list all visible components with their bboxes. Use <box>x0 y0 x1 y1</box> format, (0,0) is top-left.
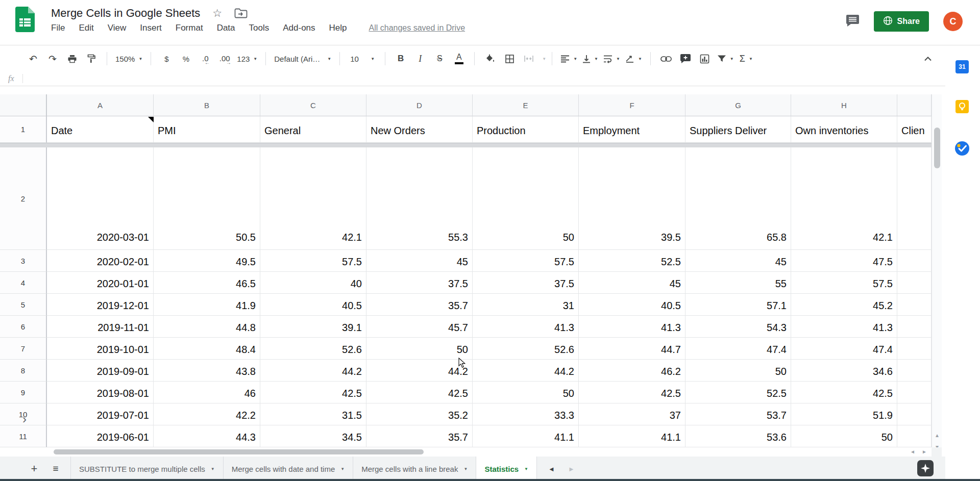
cell-F6[interactable]: 41.3 <box>579 316 685 338</box>
row-header-9[interactable]: 9 <box>0 382 47 403</box>
account-avatar[interactable]: C <box>943 12 963 31</box>
explore-button[interactable] <box>917 460 934 478</box>
cell-D1[interactable]: New Orders <box>366 116 473 143</box>
cell-F7[interactable]: 44.7 <box>579 338 685 360</box>
cell-C3[interactable]: 57.5 <box>260 250 366 272</box>
cell-A10[interactable]: 2019-07-01 <box>47 403 154 425</box>
cell-E11[interactable]: 41.1 <box>473 425 579 447</box>
chevron-down-icon[interactable]: ▼ <box>542 57 546 61</box>
text-color-button[interactable]: A <box>452 51 466 66</box>
cell-I4[interactable] <box>897 272 932 294</box>
cell-A2[interactable]: 2020-03-01 <box>47 147 154 250</box>
cell-B6[interactable]: 44.8 <box>154 316 260 338</box>
cell-E4[interactable]: 37.5 <box>473 272 579 294</box>
cell-A6[interactable]: 2019-11-01 <box>47 316 154 338</box>
cell-F3[interactable]: 52.5 <box>579 250 685 272</box>
paint-format-button[interactable] <box>84 51 99 66</box>
format-currency-button[interactable]: $ <box>159 51 174 66</box>
vertical-align-button[interactable]: ▼ <box>582 51 598 66</box>
menu-format[interactable]: Format <box>176 23 203 33</box>
cell-F11[interactable]: 41.1 <box>579 425 685 447</box>
cell-B1[interactable]: PMI <box>154 116 260 143</box>
increase-decimal-button[interactable]: .00→ <box>217 51 232 66</box>
cell-F8[interactable]: 46.2 <box>579 360 685 382</box>
tasks-icon[interactable] <box>954 141 970 158</box>
cell-G1[interactable]: Suppliers Deliver <box>685 116 791 143</box>
cell-E1[interactable]: Production <box>473 116 579 143</box>
decrease-decimal-button[interactable]: .0← <box>198 51 212 66</box>
cell-B9[interactable]: 46 <box>154 382 260 403</box>
sheet-tab-substitute-to-merge-multiple-cells[interactable]: SUBSTITUTE to merge multiple cells▼ <box>70 457 224 481</box>
menu-help[interactable]: Help <box>329 23 347 33</box>
italic-button[interactable]: I <box>413 51 427 66</box>
merge-cells-button[interactable] <box>522 51 536 66</box>
cell-A11[interactable]: 2019-06-01 <box>47 425 154 447</box>
cell-B2[interactable]: 50.5 <box>154 147 260 250</box>
cell-A3[interactable]: 2020-02-01 <box>47 250 154 272</box>
insert-link-button[interactable] <box>659 51 673 66</box>
cell-H6[interactable]: 41.3 <box>791 316 897 338</box>
menu-view[interactable]: View <box>108 23 127 33</box>
comment-history-icon[interactable] <box>846 14 860 29</box>
calendar-icon[interactable]: 31 <box>955 60 969 73</box>
row-header-6[interactable]: 6 <box>0 316 47 338</box>
cell-B4[interactable]: 46.5 <box>154 272 260 294</box>
scroll-left-icon[interactable]: ◄ <box>910 449 915 454</box>
cell-D3[interactable]: 45 <box>366 250 473 272</box>
sheets-logo-icon[interactable] <box>15 7 35 34</box>
share-button[interactable]: Share <box>874 11 929 32</box>
cell-C7[interactable]: 52.6 <box>260 338 366 360</box>
filter-button[interactable]: ▼ <box>717 51 734 66</box>
cell-H5[interactable]: 45.2 <box>791 294 897 316</box>
format-percent-button[interactable]: % <box>179 51 193 66</box>
cell-A8[interactable]: 2019-09-01 <box>47 360 154 382</box>
row-header-5[interactable]: 5 <box>0 294 47 316</box>
formula-input[interactable] <box>23 71 980 86</box>
insert-chart-button[interactable] <box>698 51 712 66</box>
row-header-11[interactable]: 11 <box>0 425 47 447</box>
cell-E6[interactable]: 41.3 <box>473 316 579 338</box>
keep-icon[interactable] <box>955 100 969 115</box>
cell-D9[interactable]: 42.5 <box>366 382 473 403</box>
cell-C2[interactable]: 42.1 <box>260 147 366 250</box>
strikethrough-button[interactable]: S <box>432 51 447 66</box>
font-size-selector[interactable]: 10▼ <box>348 51 377 66</box>
cell-C1[interactable]: General <box>260 116 366 143</box>
save-status[interactable]: All changes saved in Drive <box>369 23 465 33</box>
cell-F2[interactable]: 39.5 <box>579 147 685 250</box>
horizontal-align-button[interactable]: ▼ <box>560 51 577 66</box>
cell-G10[interactable]: 53.7 <box>685 403 791 425</box>
text-wrap-button[interactable]: ▼ <box>603 51 620 66</box>
star-icon[interactable]: ☆ <box>212 7 222 19</box>
cell-A1[interactable]: Date <box>47 116 154 143</box>
print-button[interactable] <box>65 51 79 66</box>
cell-H4[interactable]: 57.5 <box>791 272 897 294</box>
move-to-folder-icon[interactable] <box>234 8 248 18</box>
cell-A9[interactable]: 2019-08-01 <box>47 382 154 403</box>
cell-E9[interactable]: 50 <box>473 382 579 403</box>
horizontal-scrollbar-thumb[interactable] <box>54 449 424 454</box>
cell-H10[interactable]: 51.9 <box>791 403 897 425</box>
column-header-C[interactable]: C <box>260 94 366 116</box>
cell-I10[interactable] <box>897 403 932 425</box>
document-title[interactable]: Merge Cells in Google Sheets <box>51 7 200 20</box>
cell-C11[interactable]: 34.5 <box>260 425 366 447</box>
add-sheet-button[interactable]: + <box>27 457 42 481</box>
scroll-up-icon[interactable]: ▲ <box>932 433 942 438</box>
menu-edit[interactable]: Edit <box>79 23 93 33</box>
cell-D2[interactable]: 55.3 <box>366 147 473 250</box>
cell-H9[interactable]: 42.5 <box>791 382 897 403</box>
cell-B5[interactable]: 41.9 <box>154 294 260 316</box>
column-header-A[interactable]: A <box>47 94 154 116</box>
cell-I2[interactable] <box>897 147 932 250</box>
cell-B11[interactable]: 44.3 <box>154 425 260 447</box>
cell-E8[interactable]: 44.2 <box>473 360 579 382</box>
cell-D11[interactable]: 35.7 <box>366 425 473 447</box>
cell-G11[interactable]: 53.6 <box>685 425 791 447</box>
cell-F5[interactable]: 40.5 <box>579 294 685 316</box>
cell-B3[interactable]: 49.5 <box>154 250 260 272</box>
cell-A7[interactable]: 2019-10-01 <box>47 338 154 360</box>
row-header-1[interactable]: 1 <box>0 116 47 143</box>
column-header-B[interactable]: B <box>154 94 260 116</box>
cell-I1[interactable]: Clien <box>897 116 932 143</box>
